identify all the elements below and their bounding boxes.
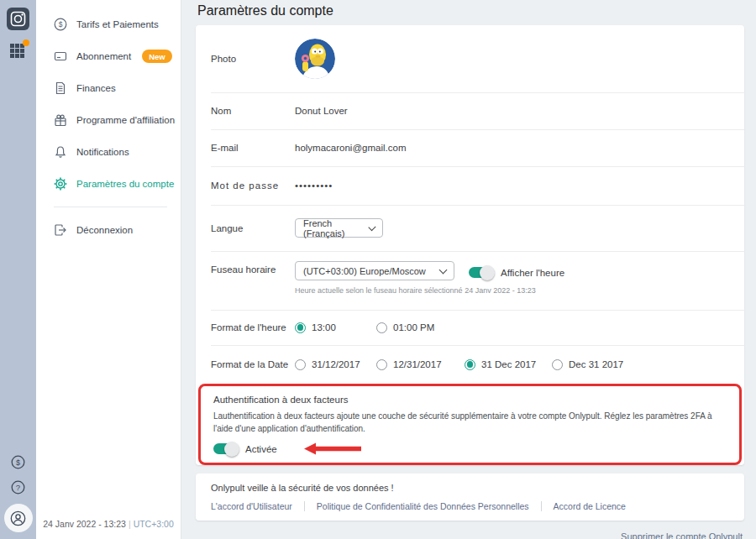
email-label: E-mail (211, 143, 295, 153)
red-arrow-annotation (304, 442, 361, 455)
radio-icon (376, 359, 387, 370)
sidebar-item-label: Paramètres du compte (76, 179, 174, 189)
date-format-label: Format de la Date (211, 359, 295, 369)
legal-card: Onlypult veille à la sécurité de vos don… (196, 474, 744, 521)
twofa-title: Authentification à deux facteurs (213, 395, 727, 405)
sidebar-item-affiliation[interactable]: Programme d'affiliation (36, 104, 181, 136)
language-row: Langue French (Français) (196, 205, 744, 251)
dollar-circle-icon[interactable]: $ (10, 453, 27, 470)
language-label: Langue (211, 223, 295, 233)
svg-text:$: $ (16, 458, 20, 467)
link-user-agreement[interactable]: L'accord d'Utilisateur (211, 501, 292, 511)
bell-icon (54, 145, 67, 159)
clock-separator: | (126, 519, 134, 529)
sidebar: $ Tarifs et Paiements Abonnement New Fin… (36, 0, 181, 539)
timezone-caption: Heure actuelle selon le fuseau horaire s… (295, 286, 564, 295)
help-circle-icon[interactable]: ? (10, 479, 27, 495)
sidebar-item-label: Finances (76, 83, 116, 93)
radio-selected-icon (465, 359, 475, 370)
radio-selected-icon (295, 322, 306, 333)
sidebar-item-label: Déconnexion (76, 225, 133, 235)
email-row: E-mail holymacaroni@gmail.com (196, 129, 744, 166)
sidebar-clock: 24 Janv 2022 - 13:23|UTC+3:00 (36, 510, 181, 539)
radio-icon (376, 322, 387, 333)
chevron-down-icon (369, 223, 376, 231)
link-license-agreement[interactable]: Accord de Licence (541, 501, 626, 511)
timezone-row: Fuseau horaire (UTC+03:00) Europe/Moscow… (196, 251, 744, 310)
link-privacy-policy[interactable]: Politique de Confidentialité des Données… (304, 501, 529, 511)
radio-label: Dec 31 2017 (569, 359, 623, 369)
name-row: Nom Donut Lover (196, 92, 744, 129)
language-select-value: French (Français) (303, 218, 360, 238)
gear-icon (54, 177, 67, 191)
radio-label: 13:00 (312, 322, 336, 332)
dollar-circle-icon: $ (54, 18, 67, 31)
account-settings-card: Photo Nom Donut Lover (196, 25, 744, 465)
sidebar-item-deconnexion[interactable]: Déconnexion (36, 214, 181, 246)
password-value[interactable]: ••••••••• (295, 181, 333, 191)
password-label: Mot de passe (211, 181, 295, 191)
delete-account-link[interactable]: Supprimer le compte Onlypult (621, 531, 743, 539)
timezone-select[interactable]: (UTC+03:00) Europe/Moscow (295, 261, 454, 280)
document-icon (54, 81, 67, 95)
sidebar-item-label: Abonnement (76, 51, 131, 61)
date-format-option-mdy-text[interactable]: Dec 31 2017 (552, 359, 623, 370)
sidebar-item-label: Tarifs et Paiements (76, 19, 159, 29)
radio-label: 12/31/2017 (393, 359, 442, 369)
security-message: Onlypult veille à la sécurité de vos don… (211, 483, 729, 493)
main-content: Paramètres du compte Photo (181, 0, 756, 539)
current-timezone: UTC+3:00 (134, 519, 174, 529)
app-icon-strip: $ ? (0, 0, 36, 539)
page-title: Paramètres du compte (196, 0, 744, 25)
instagram-icon[interactable] (7, 8, 29, 30)
sidebar-item-tarifs[interactable]: $ Tarifs et Paiements (36, 8, 181, 40)
current-datetime: 24 Janv 2022 - 13:23 (43, 519, 126, 529)
password-row: Mot de passe ••••••••• (196, 166, 744, 205)
card-icon (54, 50, 67, 63)
radio-label: 31 Dec 2017 (481, 359, 536, 369)
svg-text:?: ? (16, 483, 20, 492)
gift-icon (54, 113, 67, 127)
time-format-row: Format de l'heure 13:00 01:00 PM (196, 310, 744, 345)
account-circle-icon[interactable] (4, 504, 33, 532)
new-badge: New (142, 50, 172, 63)
radio-icon (552, 359, 563, 370)
photo-label: Photo (211, 54, 295, 64)
sidebar-item-finances[interactable]: Finances (36, 72, 181, 104)
show-time-toggle[interactable] (469, 267, 492, 278)
sidebar-item-notifications[interactable]: Notifications (36, 136, 181, 168)
twofa-toggle[interactable] (213, 443, 237, 454)
sidebar-item-label: Programme d'affiliation (76, 115, 175, 125)
sidebar-item-label: Notifications (76, 147, 129, 157)
name-value[interactable]: Donut Lover (295, 106, 348, 116)
notification-dot (23, 39, 29, 46)
twofa-highlight-box: Authentification à deux facteurs Lauthen… (198, 384, 742, 465)
time-format-option-0100pm[interactable]: 01:00 PM (376, 322, 434, 333)
language-select[interactable]: French (Français) (295, 218, 383, 238)
twofa-toggle-label: Activée (245, 444, 277, 454)
radio-label: 01:00 PM (393, 322, 434, 332)
chevron-down-icon (439, 265, 448, 274)
twofa-description: Lauthentification à deux facteurs ajoute… (213, 411, 727, 435)
email-value[interactable]: holymacaroni@gmail.com (295, 143, 406, 153)
apps-grid-icon[interactable] (10, 41, 27, 58)
time-format-label: Format de l'heure (211, 322, 295, 332)
radio-label: 31/12/2017 (312, 359, 360, 369)
date-format-option-mdy-slash[interactable]: 12/31/2017 (376, 359, 465, 370)
name-label: Nom (211, 106, 295, 116)
date-format-option-dmy-slash[interactable]: 31/12/2017 (295, 359, 376, 370)
radio-icon (295, 359, 306, 370)
logout-icon (54, 223, 67, 237)
sidebar-item-parametres[interactable]: Paramètres du compte (36, 168, 181, 200)
date-format-row: Format de la Date 31/12/2017 12/31/2017 … (196, 345, 744, 384)
timezone-label: Fuseau horaire (211, 264, 295, 275)
sidebar-divider (54, 207, 167, 207)
svg-text:$: $ (59, 20, 63, 29)
sidebar-item-abonnement[interactable]: Abonnement New (36, 40, 181, 72)
photo-row: Photo (196, 25, 744, 92)
avatar[interactable] (295, 39, 335, 79)
date-format-option-dmy-text[interactable]: 31 Dec 2017 (465, 359, 552, 370)
show-time-toggle-label: Afficher l'heure (501, 268, 564, 278)
timezone-select-value: (UTC+03:00) Europe/Moscow (303, 266, 426, 276)
time-format-option-1300[interactable]: 13:00 (295, 322, 376, 333)
